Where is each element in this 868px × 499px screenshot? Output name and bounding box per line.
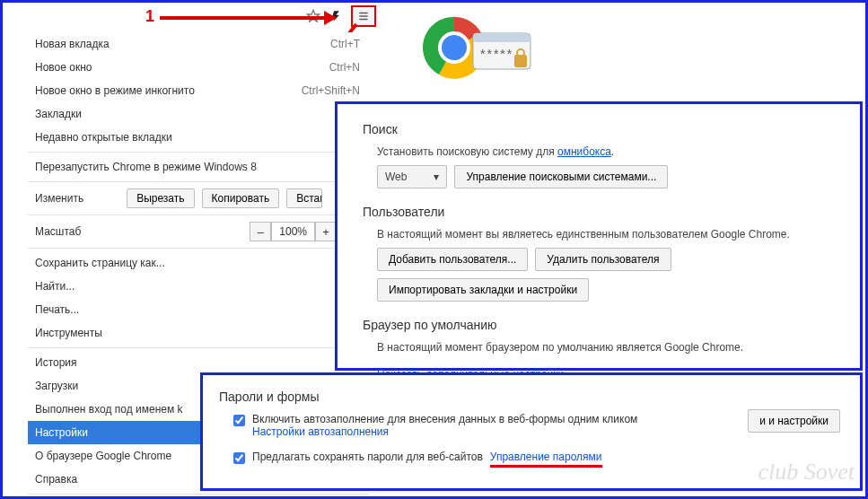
passwords-forms-panel: Пароли и формы и и настройки Включить ав… xyxy=(200,372,863,491)
menu-find[interactable]: Найти... xyxy=(28,275,369,298)
edit-cut-button[interactable]: Вырезать xyxy=(127,188,194,208)
menu-label: Выполнен вход под именем k xyxy=(35,403,183,416)
edit-copy-button[interactable]: Копировать xyxy=(202,188,280,208)
zoom-value: 100% xyxy=(271,222,315,241)
menu-print[interactable]: Печать... xyxy=(28,298,369,321)
step-1-label: 1 xyxy=(145,7,154,26)
menu-new-incognito[interactable]: Новое окно в режиме инкогнито Ctrl+Shift… xyxy=(28,79,369,102)
passwords-forms-title: Пароли и формы xyxy=(219,390,844,404)
manage-search-engines-button[interactable]: Управление поисковыми системами... xyxy=(454,165,668,188)
users-section-title: Пользователи xyxy=(363,205,840,219)
chevron-down-icon: ▾ xyxy=(434,171,439,183)
menu-new-tab[interactable]: Новая вкладка Ctrl+T xyxy=(28,32,369,56)
menu-label: Сохранить страницу как... xyxy=(35,257,165,269)
menu-separator xyxy=(28,248,369,249)
menu-save-page[interactable]: Сохранить страницу как... xyxy=(28,251,369,275)
users-section-body: В настоящий момент вы являетесь единстве… xyxy=(377,228,840,302)
menu-label: Справка xyxy=(35,473,77,486)
menu-recent-tabs[interactable]: Недавно открытые вкладки xyxy=(28,126,369,149)
edit-paste-button[interactable]: Вставить xyxy=(286,188,322,208)
users-desc: В настоящий момент вы являетесь единстве… xyxy=(377,228,840,241)
menu-tools[interactable]: Инструменты xyxy=(28,321,369,345)
menu-label: Загрузки xyxy=(35,380,78,392)
zoom-in-button[interactable]: + xyxy=(315,222,337,241)
autofill-label: Включить автозаполнение для внесения дан… xyxy=(252,413,637,425)
search-engine-select[interactable]: Web ▾ xyxy=(377,165,447,188)
menu-label: Настройки xyxy=(35,426,88,439)
search-desc-post: . xyxy=(611,145,614,158)
menu-new-window[interactable]: Новое окно Ctrl+N xyxy=(28,56,369,79)
omnibox-link[interactable]: омнибокса xyxy=(557,145,611,158)
menu-separator xyxy=(28,214,369,215)
autofill-settings-link[interactable]: Настройки автозаполнения xyxy=(252,425,389,438)
import-settings-fragment-button[interactable]: и и настройки xyxy=(748,409,840,433)
menu-separator xyxy=(28,181,369,182)
search-section-body: Установить поисковую систему для омнибок… xyxy=(377,145,840,188)
menu-label: Новое окно xyxy=(35,61,92,74)
menu-history[interactable]: История xyxy=(28,351,369,374)
menu-edit-row: Изменить Вырезать Копировать Вставить xyxy=(28,185,369,212)
add-user-button[interactable]: Добавить пользователя... xyxy=(377,248,528,271)
chrome-passwords-illustration: ***** xyxy=(411,3,541,92)
menu-separator xyxy=(28,152,369,153)
menu-shortcut: Ctrl+Shift+N xyxy=(302,84,360,97)
search-desc-pre: Установить поисковую систему для xyxy=(377,145,557,158)
menu-label: Перезапустить Chrome в режиме Windows 8 xyxy=(35,161,257,173)
default-browser-desc: В настоящий момент браузером по умолчани… xyxy=(377,341,840,354)
menu-shortcut: Ctrl+T xyxy=(330,38,360,50)
menu-bookmarks[interactable]: Закладки xyxy=(28,102,369,126)
menu-separator xyxy=(28,494,369,495)
menu-label: Недавно открытые вкладки xyxy=(35,131,172,144)
manage-passwords-link[interactable]: Управление паролями xyxy=(490,451,602,463)
delete-user-button[interactable]: Удалить пользователя xyxy=(535,248,671,271)
settings-panel: Поиск Установить поисковую систему для о… xyxy=(335,101,863,371)
svg-point-8 xyxy=(440,33,469,62)
menu-label: О браузере Google Chrome xyxy=(35,450,171,462)
offer-save-passwords-checkbox[interactable] xyxy=(233,452,245,464)
menu-zoom-row: Масштаб – 100% + xyxy=(28,218,369,245)
arrow-to-hamburger xyxy=(160,16,335,20)
zoom-out-button[interactable]: – xyxy=(250,222,271,241)
menu-label: Печать... xyxy=(35,303,79,316)
search-section-title: Поиск xyxy=(363,122,840,136)
passwords-label: Предлагать сохранять пароли для веб-сайт… xyxy=(252,451,483,463)
svg-text:*****: ***** xyxy=(480,47,513,61)
menu-separator xyxy=(28,347,369,348)
menu-label: Найти... xyxy=(35,280,75,293)
select-value: Web xyxy=(385,171,407,183)
autofill-checkbox[interactable] xyxy=(233,415,245,426)
import-bookmarks-button[interactable]: Импортировать закладки и настройки xyxy=(377,278,589,302)
menu-relaunch-win8[interactable]: Перезапустить Chrome в режиме Windows 8 xyxy=(28,155,369,179)
menu-label: Инструменты xyxy=(35,327,102,339)
menu-label: Закладки xyxy=(35,108,82,120)
zoom-label: Масштаб xyxy=(35,225,250,238)
menu-shortcut: Ctrl+N xyxy=(329,61,360,74)
svg-rect-10 xyxy=(473,33,530,42)
default-browser-title: Браузер по умолчанию xyxy=(363,318,840,332)
hamburger-menu-icon[interactable] xyxy=(351,5,376,27)
default-browser-body: В настоящий момент браузером по умолчани… xyxy=(377,341,840,354)
menu-label: Новое окно в режиме инкогнито xyxy=(35,84,195,97)
menu-label: Новая вкладка xyxy=(35,38,110,50)
passwords-row: Предлагать сохранять пароли для веб-сайт… xyxy=(233,451,844,468)
edit-label: Изменить xyxy=(35,192,83,205)
menu-label: История xyxy=(35,356,77,369)
